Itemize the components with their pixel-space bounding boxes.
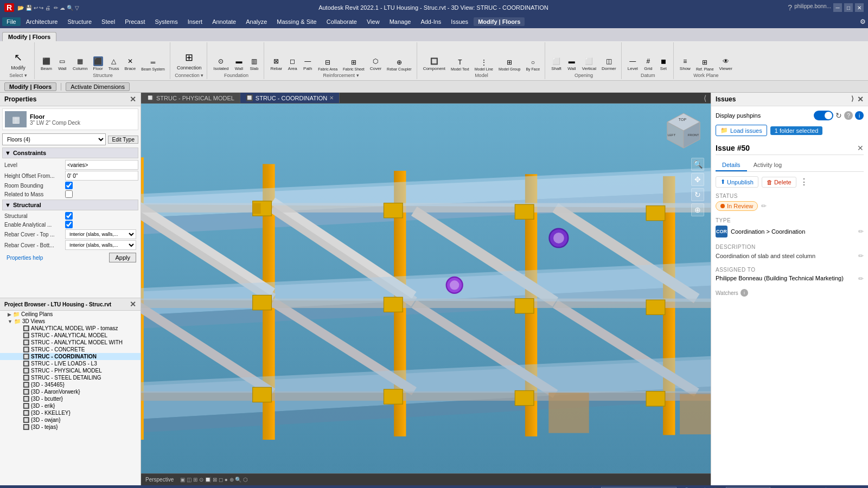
vp-tab-physical[interactable]: 🔲 STRUC - PHYSICAL MODEL [141, 93, 240, 103]
maximize-btn[interactable]: □ [844, 3, 853, 12]
section-structural[interactable]: ▼ Structural [2, 200, 138, 210]
zoom-btn[interactable]: 🔍 [691, 158, 704, 171]
tree-item-physical[interactable]: 🔲 STRUC - PHYSICAL MODEL [0, 367, 141, 374]
ribbon-btn-area[interactable]: ◻Area [286, 56, 299, 72]
menu-manage[interactable]: Manage [385, 17, 416, 26]
info-circle-icon[interactable]: i [855, 111, 864, 120]
viewcube[interactable]: TOP LEFT FRONT [662, 109, 705, 152]
pan-btn[interactable]: ✥ [691, 173, 704, 186]
viewport-canvas[interactable]: TOP LEFT FRONT 🔍 ✥ ↻ ⊕ [141, 104, 711, 473]
tree-item-concrete[interactable]: 🔲 STRUC - CONCRETE [0, 346, 141, 353]
vp-expand-icon[interactable]: ⟨ [699, 94, 711, 102]
tree-item-erik[interactable]: 🔲 {3D - erik} [0, 402, 141, 409]
unpublish-btn[interactable]: ⬆ Unpublish [716, 176, 758, 188]
menu-issues[interactable]: Issues [446, 17, 473, 26]
delete-btn[interactable]: 🗑 Delete [762, 177, 796, 188]
menu-massing[interactable]: Massing & Site [272, 17, 321, 26]
options-icon[interactable]: ⚙ [860, 18, 866, 25]
section-constraints[interactable]: ▼ Constraints [2, 147, 138, 158]
menu-systems[interactable]: Systems [150, 17, 182, 26]
ribbon-btn-path[interactable]: —Path [301, 56, 314, 72]
tree-item-analytical-with[interactable]: 🔲 STRUC - ANALYTICAL MODEL WITH [0, 339, 141, 346]
tree-item-aaron[interactable]: 🔲 {3D - AaronVorwerk} [0, 388, 141, 395]
menu-collaborate[interactable]: Collaborate [322, 17, 361, 26]
tree-item-owjan[interactable]: 🔲 {3D - owjan} [0, 416, 141, 423]
close-btn[interactable]: ✕ [855, 3, 864, 12]
menu-steel[interactable]: Steel [97, 17, 119, 26]
ribbon-btn-level[interactable]: —Level [626, 56, 640, 72]
tab-activate-dimensions[interactable]: Activate Dimensions [66, 82, 130, 91]
ribbon-btn-fabric-sheet[interactable]: ⊞Fabric Sheet [341, 57, 366, 72]
menu-architecture[interactable]: Architecture [22, 17, 62, 26]
refresh-icon[interactable]: ↻ [835, 111, 842, 120]
ribbon-btn-floor[interactable]: ⬛Floor [91, 56, 104, 72]
prop-level-value[interactable] [65, 160, 138, 170]
menu-file[interactable]: File [2, 17, 21, 26]
ribbon-btn-dormer[interactable]: ◫Dormer [600, 56, 618, 72]
type-edit-icon[interactable]: ✏ [858, 228, 864, 235]
ribbon-btn-rebar-coupler[interactable]: ⊕Rebar Coupler [385, 57, 413, 72]
menu-precast[interactable]: Precast [120, 17, 149, 26]
help-circle-icon[interactable]: ? [844, 111, 853, 120]
ribbon-btn-component[interactable]: 🔲Component [422, 56, 447, 72]
tree-item-345465[interactable]: 🔲 {3D - 345465} [0, 381, 141, 388]
menu-analyze[interactable]: Analyze [241, 17, 271, 26]
prop-rebartop-value[interactable]: Interior (slabs, walls,... [65, 229, 136, 239]
menu-modify[interactable]: Modify | Floors [474, 17, 525, 26]
tree-item-tejas[interactable]: 🔲 {3D - tejas} [0, 423, 141, 431]
prop-help-link[interactable]: Properties help [4, 254, 45, 262]
ribbon-btn-beam-system[interactable]: ═Beam System [139, 57, 167, 72]
tree-item-ceiling[interactable]: ▶ 📁 Ceiling Plans [0, 311, 141, 318]
status-edit-icon[interactable]: ✏ [761, 202, 767, 210]
ribbon-btn-shaft[interactable]: ⬜Shaft [550, 56, 563, 72]
issues-collapse-icon[interactable]: ⟩ [851, 95, 854, 104]
prop-analytical-check[interactable] [65, 221, 73, 228]
prop-height-value[interactable] [65, 171, 138, 181]
ribbon-btn-model-line[interactable]: ⋮Model Line [473, 57, 495, 72]
ribbon-btn-grid[interactable]: #Grid [642, 56, 655, 72]
load-issues-btn[interactable]: 📁 Load issues [716, 125, 767, 136]
pb-close-icon[interactable]: ✕ [130, 300, 136, 309]
ribbon-btn-fabric-area[interactable]: ⊟Fabric Area [316, 57, 339, 72]
menu-insert[interactable]: Insert [183, 17, 207, 26]
minimize-btn[interactable]: ─ [833, 3, 842, 12]
ribbon-btn-modify[interactable]: ↖ Modify [9, 49, 28, 72]
ribbon-btn-set[interactable]: ◼Set [657, 56, 670, 72]
ribbon-btn-by-face[interactable]: ○By Face [524, 57, 541, 72]
ribbon-btn-wall-opening[interactable]: ▬Wall [565, 56, 578, 72]
ribbon-btn-viewer[interactable]: 👁Viewer [718, 56, 734, 72]
ribbon-btn-show[interactable]: ≡Show [678, 56, 692, 72]
toggle-switch[interactable]: ↻ ? i [814, 111, 864, 120]
ribbon-btn-beam[interactable]: ⬛Beam [39, 56, 54, 72]
ribbon-btn-isolated[interactable]: ⊙Isolated [212, 56, 230, 72]
prop-rebarbot-value[interactable]: Interior (slabs, walls,... [65, 240, 136, 250]
tab-modify-floors-ctx[interactable]: Modify | Floors [4, 82, 56, 91]
tree-item-analytical-wip[interactable]: 🔲 ANALYTICAL MODEL WIP - tomasz [0, 325, 141, 332]
tree-item-3dviews[interactable]: ▼ 📁 3D Views [0, 318, 141, 325]
menu-annotate[interactable]: Annotate [208, 17, 240, 26]
ribbon-btn-connection[interactable]: ⊞ Connection [175, 49, 204, 72]
properties-close-icon[interactable]: ✕ [130, 95, 136, 104]
tree-item-coordination[interactable]: 🔲 STRUC - COORDINATION [0, 353, 141, 360]
desc-edit-icon[interactable]: ✏ [858, 252, 864, 260]
floors-dropdown[interactable]: Floors (4) [2, 133, 106, 145]
help-icon[interactable]: ? [788, 3, 792, 12]
menu-addins[interactable]: Add-Ins [416, 17, 445, 26]
tree-item-kkelley[interactable]: 🔲 {3D - KKELLEY} [0, 409, 141, 416]
ribbon-btn-wall[interactable]: ▭Wall [56, 56, 69, 72]
menu-structure[interactable]: Structure [63, 17, 96, 26]
issues-close-icon[interactable]: ✕ [857, 95, 864, 104]
toggle-track[interactable] [814, 111, 833, 120]
ribbon-btn-truss[interactable]: △Truss [107, 56, 121, 72]
assigned-edit-icon[interactable]: ✏ [858, 275, 864, 282]
ribbon-btn-wall-foundation[interactable]: ▬Wall [232, 56, 245, 72]
ribbon-btn-rebar[interactable]: ⊠Rebar [269, 56, 284, 72]
ribbon-btn-column[interactable]: ▦Column [71, 56, 90, 72]
ribbon-btn-vertical[interactable]: ⬜Vertical [580, 56, 598, 72]
ribbon-btn-model-text[interactable]: TModel Text [449, 57, 471, 72]
ribbon-btn-model-group[interactable]: ⊞Model Group [497, 57, 522, 72]
prop-structural-check[interactable] [65, 212, 73, 220]
watchers-info-icon[interactable]: i [741, 289, 748, 297]
tree-item-analytical[interactable]: 🔲 STRUC - ANALYTICAL MODEL [0, 332, 141, 339]
orbit-btn[interactable]: ↻ [691, 188, 704, 201]
